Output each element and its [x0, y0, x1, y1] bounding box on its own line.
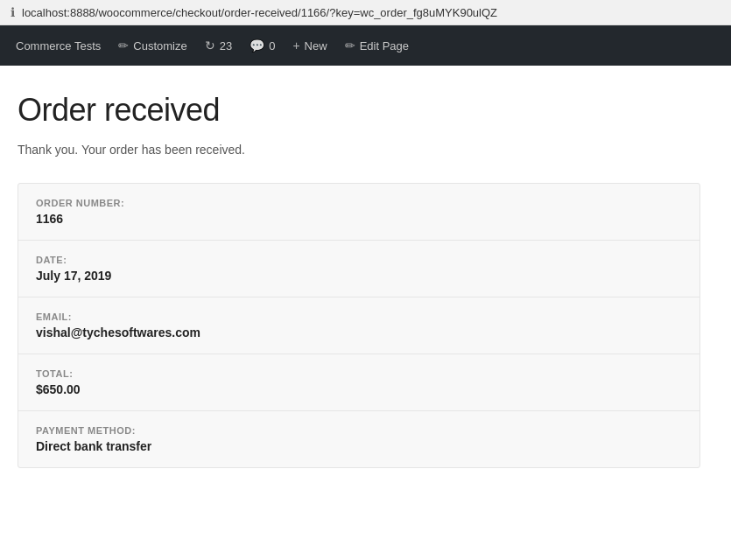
detail-label: TOTAL:	[36, 368, 682, 379]
detail-value: Direct bank transfer	[36, 439, 682, 453]
order-detail-row: DATE:July 17, 2019	[18, 241, 699, 298]
updates-icon: ↻	[205, 38, 215, 52]
main-content: Order received Thank you. Your order has…	[0, 66, 718, 486]
detail-value: $650.00	[36, 382, 682, 396]
plus-icon: +	[292, 38, 299, 52]
order-detail-row: ORDER NUMBER:1166	[18, 184, 699, 241]
customize-icon: ✏	[118, 38, 129, 52]
comments-icon: 💬	[250, 38, 264, 52]
detail-label: EMAIL:	[36, 312, 682, 322]
edit-page-label: Edit Page	[360, 39, 409, 52]
site-name-label: Commerce Tests	[16, 39, 101, 52]
updates-count: 23	[220, 39, 232, 52]
new-button[interactable]: + New	[284, 25, 335, 66]
order-detail-row: TOTAL:$650.00	[18, 354, 699, 411]
comments-button[interactable]: 💬 0	[241, 25, 284, 66]
url-text: localhost:8888/woocommerce/checkout/orde…	[22, 6, 497, 19]
updates-button[interactable]: ↻ 23	[196, 25, 241, 66]
detail-value: vishal@tychesoftwares.com	[36, 326, 682, 340]
new-label: New	[305, 39, 327, 52]
page-heading: Order received	[18, 92, 700, 129]
order-detail-row: EMAIL:vishal@tychesoftwares.com	[18, 298, 699, 354]
detail-value: July 17, 2019	[36, 269, 682, 283]
address-bar: ℹ localhost:8888/woocommerce/checkout/or…	[0, 0, 731, 25]
admin-bar: Commerce Tests ✏ Customize ↻ 23 💬 0 + Ne…	[0, 25, 731, 66]
edit-icon: ✏	[345, 38, 355, 52]
comments-count: 0	[269, 39, 275, 52]
detail-label: PAYMENT METHOD:	[36, 425, 682, 436]
site-name[interactable]: Commerce Tests	[7, 25, 109, 66]
detail-label: DATE:	[36, 255, 682, 265]
customize-label: Customize	[133, 39, 186, 52]
detail-label: ORDER NUMBER:	[36, 198, 682, 208]
edit-page-button[interactable]: ✏ Edit Page	[336, 25, 418, 66]
order-detail-row: PAYMENT METHOD:Direct bank transfer	[18, 411, 699, 467]
detail-value: 1166	[36, 212, 682, 226]
info-icon: ℹ	[11, 5, 15, 19]
order-details-table: ORDER NUMBER:1166DATE:July 17, 2019EMAIL…	[18, 183, 700, 468]
customize-button[interactable]: ✏ Customize	[109, 25, 195, 66]
thank-you-message: Thank you. Your order has been received.	[18, 143, 700, 157]
